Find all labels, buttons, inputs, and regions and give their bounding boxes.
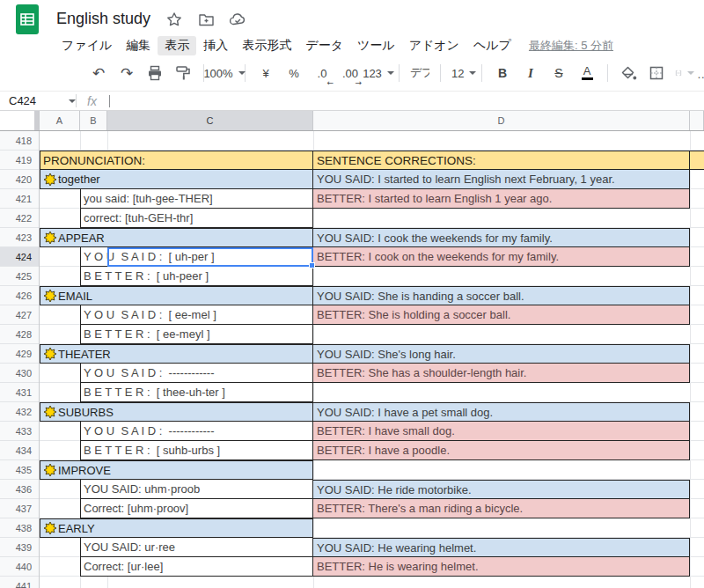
column-header[interactable]: A xyxy=(40,111,80,130)
star-favorite-icon[interactable] xyxy=(165,11,183,28)
cell-better[interactable]: BETTER: There's a man riding a bicycle. xyxy=(313,499,690,518)
row-header[interactable]: 434 xyxy=(0,441,39,460)
row-header[interactable]: 441 xyxy=(0,577,39,588)
strikethrough-button[interactable]: S xyxy=(549,62,568,85)
row-header[interactable]: 438 xyxy=(0,518,39,538)
cell-word[interactable]: EARLY xyxy=(40,518,313,538)
cell-word[interactable]: SUBURBS xyxy=(40,402,313,422)
merge-cells-button[interactable] xyxy=(675,62,694,85)
cell-better[interactable]: BETTER: He is wearing helmet. xyxy=(313,557,690,577)
cell-better[interactable]: BETTER: She is holding a soccer ball. xyxy=(313,305,690,325)
cell-note[interactable]: correct: [tuh-GEH-thr] xyxy=(80,209,313,228)
row-header[interactable]: 426 xyxy=(0,286,39,305)
font-family-select[interactable]: デフォルト... xyxy=(410,62,429,85)
row-header[interactable]: 428 xyxy=(0,325,39,344)
cell-better[interactable]: BETTER: I started to learn English 1 yea… xyxy=(313,189,690,209)
cell-note[interactable]: Correct: [uhm·proov] xyxy=(80,499,313,518)
column-header[interactable]: B xyxy=(80,111,107,130)
cloud-saved-icon[interactable] xyxy=(229,11,246,28)
italic-button[interactable]: I xyxy=(521,62,540,85)
select-all-corner[interactable] xyxy=(0,111,40,130)
cell-said[interactable]: YOU SAID: She is handing a soccer ball. xyxy=(313,286,690,305)
format-percent-button[interactable]: % xyxy=(284,62,304,85)
menu-item[interactable]: 挿入 xyxy=(196,36,235,55)
row-header[interactable]: 433 xyxy=(0,422,39,441)
cell-note[interactable]: YOU SAID: ur·ree xyxy=(80,538,313,557)
text-color-button[interactable]: A xyxy=(577,62,597,85)
row-header[interactable]: 424 xyxy=(0,247,39,267)
cell-better[interactable]: BETTER: I have a poodle. xyxy=(313,441,690,460)
column-header[interactable]: D xyxy=(313,111,690,130)
cell-note[interactable]: B E T T E R : [ uh-peer ] xyxy=(80,267,313,286)
number-format-button[interactable]: 123 xyxy=(369,62,388,85)
cell-said[interactable]: YOU SAID: He ride motorbike. xyxy=(313,480,690,499)
cell-note[interactable]: B E T T E R : [ thee-uh-ter ] xyxy=(80,383,313,402)
cell-said[interactable]: YOU SAID: I have a pet small dog. xyxy=(313,402,690,422)
cell-note[interactable]: Y O U S A I D : ------------ xyxy=(80,422,313,441)
cell-word[interactable]: APPEAR xyxy=(40,228,313,247)
row-header[interactable]: 421 xyxy=(0,189,39,209)
menu-item[interactable]: 表示形式 xyxy=(235,36,298,55)
row-header[interactable]: 431 xyxy=(0,383,39,402)
menu-item[interactable]: ファイル xyxy=(55,36,119,55)
document-title[interactable]: English study xyxy=(56,10,150,28)
cell-said[interactable]: YOU SAID: I cook the weekends for my fam… xyxy=(313,228,690,247)
toolbar-overflow-icon[interactable]: ‥ xyxy=(697,68,704,81)
cell-better[interactable]: BETTER: I cook on the weekends for my fa… xyxy=(313,247,690,267)
cell-said[interactable]: YOU SAID: She's long hair. xyxy=(313,344,690,364)
name-box[interactable]: C424 xyxy=(0,92,76,110)
cell-word[interactable]: THEATER xyxy=(40,344,313,364)
row-header[interactable]: 436 xyxy=(0,480,39,499)
menu-item[interactable]: データ xyxy=(298,36,350,55)
cell-said[interactable]: YOU SAID: He wearing helmet. xyxy=(313,538,690,557)
print-button[interactable] xyxy=(145,62,165,85)
cell-word[interactable]: EMAIL xyxy=(40,286,313,305)
row-header[interactable]: 425 xyxy=(0,267,39,286)
row-header[interactable]: 427 xyxy=(0,305,39,325)
row-header[interactable]: 432 xyxy=(0,402,39,422)
column-header[interactable]: C xyxy=(107,111,313,130)
cell-section-title[interactable]: PRONUNCIATION: xyxy=(40,151,313,170)
cell-section-title[interactable]: SENTENCE CORRECTIONS: xyxy=(313,151,690,170)
menu-item[interactable]: アドオン xyxy=(402,36,466,55)
fill-color-button[interactable] xyxy=(619,62,638,85)
column-header[interactable] xyxy=(690,111,704,130)
row-header[interactable]: 429 xyxy=(0,344,39,364)
menu-item[interactable]: ツール xyxy=(350,36,402,55)
cell-note[interactable]: Y O U S A I D : ------------ xyxy=(80,364,313,383)
format-currency-button[interactable]: ¥ xyxy=(256,62,275,85)
cell-word[interactable]: IMPROVE xyxy=(40,460,313,480)
row-header[interactable]: 437 xyxy=(0,499,39,518)
paint-format-button[interactable] xyxy=(173,62,193,85)
row-header[interactable]: 440 xyxy=(0,557,39,577)
move-to-folder-icon[interactable] xyxy=(197,11,215,28)
cell-note[interactable]: Y O U S A I D : [ ee-mel ] xyxy=(80,305,313,325)
menu-item[interactable]: ヘルプ xyxy=(466,36,518,55)
row-header[interactable]: 423 xyxy=(0,228,39,247)
cell-note[interactable]: YOU SAID: uhm·proob xyxy=(80,480,313,499)
borders-button[interactable] xyxy=(647,62,666,85)
cell-note[interactable]: Correct: [ur·lee] xyxy=(80,557,313,577)
cell-word[interactable]: together xyxy=(40,170,313,189)
row-header[interactable]: 435 xyxy=(0,460,39,480)
cell-note[interactable]: Y O U S A I D : [ uh-per ] xyxy=(80,247,313,267)
cell-note[interactable]: B E T T E R : [ ee-meyl ] xyxy=(80,325,313,344)
cell-note[interactable]: B E T T E R : [ suhb-urbs ] xyxy=(80,441,313,460)
increase-decimal-button[interactable]: .00→ xyxy=(341,62,360,85)
zoom-select[interactable]: 100% xyxy=(215,62,234,85)
redo-button[interactable]: ↷ xyxy=(117,62,136,85)
cell-note[interactable]: you said: [tuh-gee-THER] xyxy=(80,189,313,209)
row-header[interactable]: 420 xyxy=(0,170,39,189)
cell-better[interactable]: BETTER: I have small dog. xyxy=(313,422,690,441)
row-header[interactable]: 439 xyxy=(0,538,39,557)
cell-said[interactable]: YOU SAID: I started to learn English nex… xyxy=(313,170,690,189)
bold-button[interactable]: B xyxy=(493,62,512,85)
font-size-select[interactable]: 12 xyxy=(451,62,471,85)
row-header[interactable]: 430 xyxy=(0,364,39,383)
cell-better[interactable]: BETTER: She has a shoulder-length hair. xyxy=(313,364,690,383)
undo-button[interactable]: ↶ xyxy=(89,62,108,85)
last-edited-link[interactable]: 最終編集: 5 分前 xyxy=(529,38,613,54)
menu-item[interactable]: 表示 xyxy=(158,36,196,55)
row-header[interactable]: 418 xyxy=(0,131,39,151)
menu-item[interactable]: 編集 xyxy=(119,36,158,55)
